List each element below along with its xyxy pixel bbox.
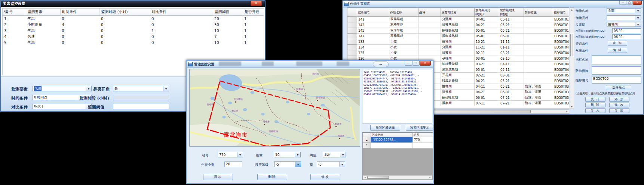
cell[interactable] [524, 28, 553, 34]
map-panel[interactable]: 富海镇拉哈镇龙安桥镇繁荣乡塔哈乡卧牛吐镇友谊乡富裕牧场绍文乡讷河市 富北海市 [189, 69, 360, 147]
table-header-row[interactable]: 记录编号作物名称品种发育期名称发育期开始 (时间)发育期结束 (时间)防御措施指… [347, 8, 570, 17]
cell[interactable]: 0 [99, 16, 150, 22]
map-image[interactable]: 富海镇拉哈镇龙安桥镇繁荣乡塔哈乡卧牛吐镇友谊乡富裕牧场绍文乡讷河市 富北海市 [190, 69, 360, 147]
cell[interactable]: 抽雄吐丝期 [441, 95, 475, 101]
table-row[interactable]: 133小麦播种期10-2111-11BD50T04 [347, 39, 570, 45]
cell[interactable]: 开花期 [441, 73, 475, 78]
minimize-icon[interactable]: — [619, 1, 626, 5]
column-header[interactable]: 监测要素 [26, 9, 60, 16]
column-header[interactable]: 记录编号 [357, 8, 389, 17]
row-selector[interactable]: ▶ [363, 137, 371, 143]
cell[interactable]: 05-11 [499, 67, 524, 73]
chevron-down-icon[interactable]: ▼ [237, 152, 243, 157]
chevron-down-icon[interactable]: ▼ [163, 86, 169, 91]
cell[interactable]: 1 [243, 28, 264, 34]
cell[interactable]: 04-21 [475, 78, 499, 84]
cell[interactable]: 05-01 [475, 67, 499, 73]
chevron-down-icon[interactable]: ▼ [340, 152, 346, 157]
scroll-down-icon[interactable]: ▼ [570, 105, 574, 109]
cell[interactable]: 03-01 [475, 56, 499, 62]
chevron-down-icon[interactable]: ▼ [635, 9, 641, 13]
cell[interactable]: 2 [3, 22, 26, 28]
cell[interactable]: 1 [243, 16, 264, 22]
cell[interactable]: 拔节期 [441, 90, 475, 95]
station-link-button[interactable]: 选择站点 [606, 85, 631, 90]
row-selector[interactable]: * [363, 143, 371, 148]
cell[interactable]: 风速 [26, 34, 60, 40]
close-icon[interactable]: ✕ [251, 1, 262, 6]
cell[interactable]: 0 [150, 40, 213, 46]
add-button[interactable]: 添加 [203, 174, 233, 180]
cell[interactable]: 孕穗期 [441, 56, 475, 62]
stage-start-input[interactable]: 05-11 [612, 28, 641, 33]
station-combo[interactable]: 770 ▼ [218, 152, 243, 157]
column-header[interactable]: 监测阈值 [213, 9, 243, 16]
table-row[interactable]: 134小麦分蘖期11-2101-11BD50T04 [347, 45, 570, 50]
cell[interactable]: 133 [357, 39, 389, 45]
variety-combo[interactable]: ▼ [607, 15, 641, 20]
column-header[interactable]: 发育期名称 [441, 8, 475, 17]
table-row[interactable]: 135小麦拔节期02-1103-21BD50T04 [347, 50, 570, 56]
titlebar[interactable]: 要素监控设置 ✕ [1, 1, 265, 7]
minimize-icon[interactable]: — [405, 61, 412, 66]
cell[interactable]: 灌浆成熟期 [441, 34, 475, 39]
row-selector[interactable] [347, 34, 357, 39]
modify-button[interactable]: 修 改 [609, 103, 629, 107]
cell[interactable]: 03-21 [499, 50, 524, 56]
scroll-left-icon[interactable]: ◄ [363, 176, 367, 179]
cell[interactable]: 1 [150, 28, 213, 34]
cell[interactable]: 07-11 [475, 101, 499, 106]
cell[interactable]: 07-21 [499, 95, 524, 101]
cell[interactable]: 灌浆期 [441, 101, 475, 106]
row-selector[interactable] [347, 45, 357, 50]
cell[interactable]: 11-11 [499, 39, 524, 45]
cell[interactable] [371, 143, 413, 148]
export-button[interactable]: 导 出 [609, 108, 629, 113]
region-select-button[interactable]: 预警区域选择 [370, 125, 400, 131]
row-selector[interactable] [347, 28, 357, 34]
cell[interactable]: 04-11 [499, 62, 524, 67]
cell[interactable]: 02-11 [475, 50, 499, 56]
table-row[interactable]: 2小时雨量400501 [3, 22, 264, 28]
cell[interactable]: 02-21 [475, 73, 499, 78]
cell[interactable]: BD50T04 [553, 50, 570, 56]
cell[interactable]: 04-01 [475, 17, 499, 22]
cell[interactable]: 04-21 [475, 90, 499, 95]
cell[interactable]: 5 [3, 40, 26, 46]
cell[interactable]: 小时雨量 [26, 22, 60, 28]
cell[interactable]: 抽穗扬花期 [441, 28, 475, 34]
table-row[interactable]: 145双季早稻抽穗扬花期05-0105-21BD50T01 [347, 28, 570, 34]
delete-button[interactable]: 删 除 [585, 103, 605, 107]
cell[interactable]: 1 [243, 40, 264, 46]
vertical-scrollbar[interactable]: ▲ ▼ [570, 7, 574, 109]
cell[interactable]: 134 [357, 45, 389, 50]
cell[interactable]: 143 [357, 22, 389, 28]
cell[interactable] [418, 50, 441, 56]
cell[interactable]: -15122.12238... [371, 137, 413, 143]
cell[interactable]: 0 [99, 40, 150, 46]
cell[interactable] [524, 73, 553, 78]
table-header-row[interactable]: 编 号监测要素时间条件监测时段 (小时)对比条件监测阈值是否开启 [3, 9, 264, 16]
cell[interactable] [524, 62, 553, 67]
cell[interactable]: 0 [60, 34, 99, 40]
compare-cond-combo[interactable]: 0-大于 ▼ [33, 104, 92, 109]
resize-pill-button[interactable]: ⇔ [373, 62, 389, 67]
cell[interactable]: 气温 [26, 28, 60, 34]
cell[interactable]: 145 [357, 28, 389, 34]
cell[interactable]: 05-11 [499, 17, 524, 22]
cell[interactable]: 1 [243, 22, 264, 28]
cell[interactable]: 小麦 [389, 39, 418, 45]
cell[interactable]: 防冻、灌溉 [524, 90, 553, 95]
crop-combo[interactable]: 全部 ▼ [607, 8, 641, 13]
cell[interactable]: 气温 [26, 40, 60, 46]
cell[interactable]: 播种期 [441, 39, 475, 45]
column-header[interactable]: 发育期结束 (时间) [499, 8, 524, 17]
cell[interactable]: 移栽返青期 [441, 78, 475, 84]
table-row[interactable]: 3气温001101 [3, 28, 264, 34]
cell[interactable]: 双季早稻 [389, 22, 418, 28]
cell[interactable]: 0 [60, 28, 99, 34]
threshold-combo[interactable]: 1级 ▼ [323, 152, 346, 157]
cell[interactable]: 07-21 [499, 101, 524, 106]
row-selector[interactable] [347, 22, 357, 28]
cell[interactable]: BD50T04 [553, 56, 570, 62]
